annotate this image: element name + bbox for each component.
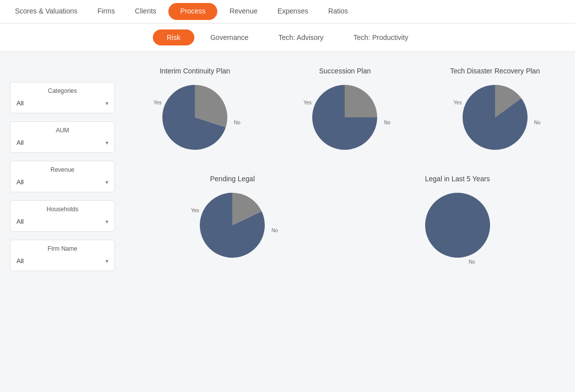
- no-label: No: [234, 120, 240, 125]
- filter-value: All: [16, 218, 23, 225]
- nav-item-revenue[interactable]: Revenue: [219, 0, 267, 23]
- sidebar: CategoriesAll▾AUMAll▾RevenueAll▾Househol…: [10, 82, 115, 379]
- subnav-item-tech-productivity[interactable]: Tech: Productivity: [340, 29, 423, 45]
- nav-item-ratios[interactable]: Ratios: [318, 0, 358, 23]
- nav-item-process[interactable]: Process: [168, 3, 218, 20]
- yes-label: Yes: [454, 100, 462, 105]
- yes-label: Yes: [153, 100, 161, 105]
- yes-label: Yes: [303, 100, 311, 105]
- pie-chart-interim-continuity-plan: YesNo: [157, 80, 232, 155]
- filter-select-aum[interactable]: All▾: [16, 138, 108, 147]
- filter-select-households[interactable]: All▾: [16, 217, 108, 226]
- chart-title: Succession Plan: [319, 67, 371, 75]
- chart-block-tech-disaster: Tech Disaster Recovery PlanYesNo: [445, 67, 545, 155]
- filter-value: All: [16, 139, 23, 146]
- chart-title: Legal in Last 5 Years: [425, 175, 490, 183]
- filter-card-firm-name: Firm NameAll▾: [10, 240, 115, 271]
- charts-row-2: Pending LegalYesNoLegal in Last 5 YearsN…: [125, 175, 565, 263]
- filter-select-firm-name[interactable]: All▾: [16, 256, 108, 266]
- no-label: No: [534, 120, 541, 125]
- subnav-item-tech-advisory[interactable]: Tech: Advisory: [264, 29, 337, 45]
- nav-item-firms[interactable]: Firms: [87, 0, 125, 23]
- filter-value: All: [16, 99, 23, 107]
- filter-label: Households: [16, 206, 108, 213]
- chart-title: Interim Continuity Plan: [160, 67, 230, 75]
- pie-chart-succession-plan: YesNo: [307, 80, 382, 155]
- filter-card-categories: CategoriesAll▾: [10, 82, 115, 113]
- nav-item-clients[interactable]: Clients: [125, 0, 166, 23]
- chart-title: Pending Legal: [210, 175, 255, 183]
- sub-nav-container: RiskGovernanceTech: AdvisoryTech: Produc…: [0, 23, 575, 52]
- chart-block-interim-continuity: Interim Continuity PlanYesNo: [145, 67, 245, 155]
- filter-card-aum: AUMAll▾: [10, 121, 115, 153]
- pie-svg: [195, 188, 270, 263]
- pie-chart-tech-disaster-recovery-plan: YesNo: [458, 80, 533, 155]
- sub-navigation: RiskGovernanceTech: AdvisoryTech: Produc…: [0, 23, 575, 52]
- main-navigation: Scores & ValuationsFirmsClientsProcessRe…: [0, 0, 575, 23]
- filter-value: All: [16, 178, 23, 186]
- chevron-down-icon: ▾: [105, 100, 108, 107]
- pie-svg: [157, 80, 232, 155]
- main-layout: CategoriesAll▾AUMAll▾RevenueAll▾Househol…: [0, 52, 575, 389]
- pie-svg: [420, 188, 495, 263]
- chart-block-succession-plan: Succession PlanYesNo: [295, 67, 395, 155]
- chart-block-legal-5years: Legal in Last 5 YearsNo: [408, 175, 508, 263]
- filter-label: Firm Name: [16, 245, 108, 252]
- pie-chart-legal-in-last-5-years: No: [420, 188, 495, 263]
- nav-item-scores[interactable]: Scores & Valuations: [5, 0, 87, 23]
- charts-row-1: Interim Continuity PlanYesNoSuccession P…: [125, 67, 565, 155]
- subnav-item-risk[interactable]: Risk: [153, 29, 194, 45]
- pie-svg: [458, 80, 533, 155]
- charts-area: Interim Continuity PlanYesNoSuccession P…: [125, 62, 565, 379]
- no-label: No: [271, 228, 278, 233]
- subnav-item-governance[interactable]: Governance: [196, 29, 262, 45]
- filter-card-revenue: RevenueAll▾: [10, 161, 115, 192]
- filter-card-households: HouseholdsAll▾: [10, 200, 115, 232]
- chart-block-pending-legal: Pending LegalYesNo: [182, 175, 282, 263]
- yes-slice: [345, 85, 377, 117]
- nav-item-expenses[interactable]: Expenses: [267, 0, 318, 23]
- yes-label: Yes: [191, 208, 199, 213]
- filter-label: Revenue: [16, 166, 108, 173]
- filter-select-revenue[interactable]: All▾: [16, 177, 108, 187]
- pie-chart-pending-legal: YesNo: [195, 188, 270, 263]
- chevron-down-icon: ▾: [105, 218, 108, 225]
- chevron-down-icon: ▾: [105, 179, 108, 186]
- filter-label: AUM: [16, 127, 108, 134]
- no-label: No: [469, 259, 475, 265]
- filter-value: All: [16, 257, 23, 265]
- filter-select-categories[interactable]: All▾: [16, 98, 108, 108]
- pie-svg: [307, 80, 382, 155]
- top-nav: Scores & ValuationsFirmsClientsProcessRe…: [0, 0, 575, 23]
- no-slice: [425, 193, 490, 258]
- chevron-down-icon: ▾: [105, 139, 108, 146]
- chevron-down-icon: ▾: [105, 258, 108, 265]
- chart-title: Tech Disaster Recovery Plan: [450, 67, 540, 75]
- filter-label: Categories: [16, 87, 108, 94]
- no-label: No: [384, 120, 391, 125]
